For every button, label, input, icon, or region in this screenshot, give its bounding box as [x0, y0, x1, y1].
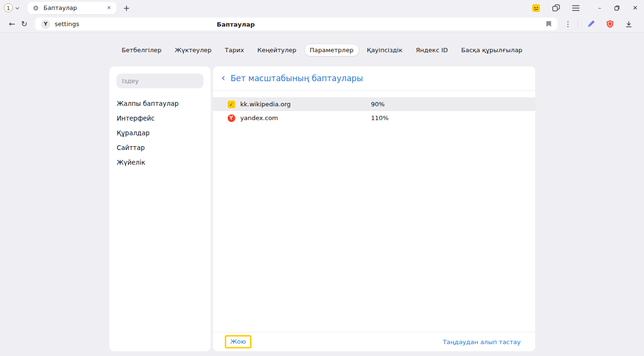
sidebar-item-general[interactable]: Жалпы баптаулар — [116, 96, 203, 111]
downloads-icon[interactable] — [619, 20, 638, 28]
devices-icon[interactable] — [552, 4, 560, 12]
nav-tab-downloads[interactable]: Жүктеулер — [169, 44, 217, 56]
reload-button[interactable]: ↻ — [18, 20, 30, 28]
panel-title: Бет масштабының баптаулары — [231, 74, 363, 83]
table-row[interactable]: Y yandex.com 110% — [213, 111, 535, 125]
gear-icon: ⚙ — [33, 5, 39, 11]
titlebar-right-cluster: – ✕ — [532, 4, 644, 12]
settings-page: Бетбелгілер Жүктеулер Тарих Кеңейтулер П… — [0, 33, 644, 356]
tab-count-badge[interactable]: 1 — [4, 3, 13, 12]
deselect-link[interactable]: Таңдаудан алып тастау — [443, 338, 521, 346]
nav-tab-yandex-id[interactable]: Яндекс ID — [410, 44, 454, 56]
panel-spacer — [213, 125, 535, 332]
toolbar-divider — [577, 19, 578, 28]
titlebar: 1 ⚙ Баптаулар ✕ + – ✕ — [0, 0, 644, 16]
close-window-button[interactable]: ✕ — [633, 5, 638, 11]
tab-title: Баптаулар — [44, 4, 105, 11]
nav-tab-settings[interactable]: Параметрлер — [304, 44, 359, 56]
browser-tab-settings[interactable]: ⚙ Баптаулар ✕ — [28, 2, 116, 14]
toolbar-more-menu[interactable]: ⋮ — [562, 20, 574, 28]
page-title: Баптаулар — [217, 20, 255, 28]
maximize-button[interactable] — [614, 5, 620, 11]
nav-tab-bookmarks[interactable]: Бетбелгілер — [116, 44, 167, 56]
zoom-value: 110% — [371, 114, 389, 122]
address-bar[interactable]: Y settings Баптаулар — [35, 18, 557, 30]
browser-toolbar: ← ↻ Y settings Баптаулар ⋮ — [0, 16, 644, 33]
minimize-button[interactable]: – — [598, 5, 602, 11]
panel-header: ‹ Бет масштабының баптаулары — [213, 66, 535, 90]
nav-tab-other-devices[interactable]: Басқа құрылғылар — [455, 44, 528, 56]
settings-sidebar: Жалпы баптаулар Интерфейс Құралдар Сайтт… — [109, 66, 211, 351]
chevron-down-icon[interactable] — [15, 6, 20, 11]
panel-back-icon[interactable]: ‹ — [221, 73, 225, 84]
tab-close-icon[interactable]: ✕ — [105, 4, 114, 12]
bookmark-icon[interactable] — [546, 20, 552, 28]
sidebar-item-interface[interactable]: Интерфейс — [116, 111, 203, 126]
zoom-settings-panel: ‹ Бет масштабының баптаулары ✓ kk.wikipe… — [213, 66, 535, 351]
site-favicon-icon: Y — [41, 19, 50, 29]
checkbox-checked-icon[interactable]: ✓ — [228, 101, 235, 108]
table-row[interactable]: ✓ kk.wikipedia.org 90% — [213, 97, 535, 111]
sidebar-item-tools[interactable]: Құралдар — [116, 126, 203, 141]
window-controls: – ✕ — [598, 5, 638, 11]
zoom-value: 90% — [371, 101, 385, 108]
zoom-site-list: ✓ kk.wikipedia.org 90% Y yandex.com 110% — [213, 97, 535, 125]
delete-button[interactable]: Жою — [225, 335, 252, 348]
site-name: yandex.com — [240, 114, 371, 122]
promo-icon[interactable] — [532, 4, 540, 12]
panel-footer: Жою Таңдаудан алып тастау — [213, 332, 535, 351]
sidebar-menu: Жалпы баптаулар Интерфейс Құралдар Сайтт… — [116, 96, 203, 170]
nav-tab-extensions[interactable]: Кеңейтулер — [251, 44, 302, 56]
nav-tab-history[interactable]: Тарих — [219, 44, 250, 56]
sidebar-item-sites[interactable]: Сайттар — [116, 141, 203, 155]
address-text[interactable]: settings — [55, 20, 79, 28]
site-name: kk.wikipedia.org — [240, 101, 371, 108]
sidebar-item-system[interactable]: Жүйелік — [116, 155, 203, 170]
header-divider — [213, 90, 535, 91]
hamburger-menu-icon[interactable] — [572, 5, 580, 11]
new-tab-button[interactable]: + — [121, 3, 132, 13]
settings-nav: Бетбелгілер Жүктеулер Тарих Кеңейтулер П… — [0, 44, 644, 56]
restore-icon — [614, 5, 620, 11]
nav-tab-security[interactable]: Қауіпсіздік — [361, 44, 408, 56]
yandex-favicon-icon: Y — [228, 114, 235, 122]
pen-edit-icon[interactable] — [581, 20, 600, 28]
back-button[interactable]: ← — [6, 20, 18, 28]
protect-shield-icon[interactable] — [600, 20, 619, 28]
search-input[interactable] — [116, 74, 203, 88]
settings-body: Жалпы баптаулар Интерфейс Құралдар Сайтт… — [109, 66, 535, 351]
